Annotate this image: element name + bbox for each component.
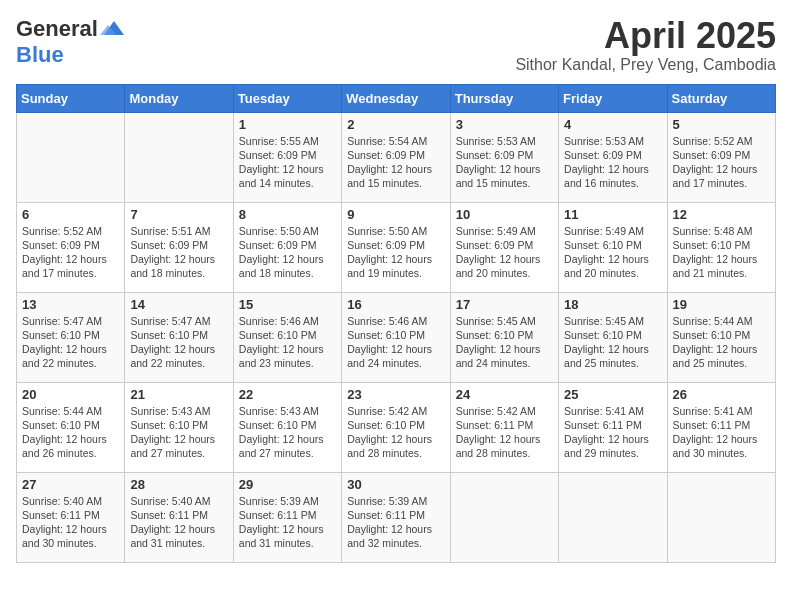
day-sun-info: Sunrise: 5:49 AMSunset: 6:09 PMDaylight:… — [456, 224, 553, 281]
day-number: 8 — [239, 207, 336, 222]
day-sun-info: Sunrise: 5:40 AMSunset: 6:11 PMDaylight:… — [22, 494, 119, 551]
calendar-week-row: 6Sunrise: 5:52 AMSunset: 6:09 PMDaylight… — [17, 202, 776, 292]
day-sun-info: Sunrise: 5:54 AMSunset: 6:09 PMDaylight:… — [347, 134, 444, 191]
day-sun-info: Sunrise: 5:52 AMSunset: 6:09 PMDaylight:… — [22, 224, 119, 281]
calendar-cell — [450, 472, 558, 562]
day-sun-info: Sunrise: 5:44 AMSunset: 6:10 PMDaylight:… — [22, 404, 119, 461]
calendar-cell: 25Sunrise: 5:41 AMSunset: 6:11 PMDayligh… — [559, 382, 667, 472]
calendar-cell: 12Sunrise: 5:48 AMSunset: 6:10 PMDayligh… — [667, 202, 775, 292]
day-of-week-header: Thursday — [450, 84, 558, 112]
calendar-cell: 27Sunrise: 5:40 AMSunset: 6:11 PMDayligh… — [17, 472, 125, 562]
calendar-cell: 24Sunrise: 5:42 AMSunset: 6:11 PMDayligh… — [450, 382, 558, 472]
calendar-week-row: 1Sunrise: 5:55 AMSunset: 6:09 PMDaylight… — [17, 112, 776, 202]
calendar-cell: 22Sunrise: 5:43 AMSunset: 6:10 PMDayligh… — [233, 382, 341, 472]
day-sun-info: Sunrise: 5:52 AMSunset: 6:09 PMDaylight:… — [673, 134, 770, 191]
day-number: 26 — [673, 387, 770, 402]
calendar-cell: 28Sunrise: 5:40 AMSunset: 6:11 PMDayligh… — [125, 472, 233, 562]
location-title: Sithor Kandal, Prey Veng, Cambodia — [515, 56, 776, 74]
day-number: 14 — [130, 297, 227, 312]
calendar-cell: 20Sunrise: 5:44 AMSunset: 6:10 PMDayligh… — [17, 382, 125, 472]
day-number: 30 — [347, 477, 444, 492]
day-number: 24 — [456, 387, 553, 402]
calendar-week-row: 20Sunrise: 5:44 AMSunset: 6:10 PMDayligh… — [17, 382, 776, 472]
title-area: April 2025 Sithor Kandal, Prey Veng, Cam… — [515, 16, 776, 74]
calendar-cell: 2Sunrise: 5:54 AMSunset: 6:09 PMDaylight… — [342, 112, 450, 202]
logo-general-text: General — [16, 16, 98, 42]
calendar-cell: 8Sunrise: 5:50 AMSunset: 6:09 PMDaylight… — [233, 202, 341, 292]
day-sun-info: Sunrise: 5:51 AMSunset: 6:09 PMDaylight:… — [130, 224, 227, 281]
day-number: 29 — [239, 477, 336, 492]
calendar-cell: 3Sunrise: 5:53 AMSunset: 6:09 PMDaylight… — [450, 112, 558, 202]
calendar-cell: 6Sunrise: 5:52 AMSunset: 6:09 PMDaylight… — [17, 202, 125, 292]
day-sun-info: Sunrise: 5:53 AMSunset: 6:09 PMDaylight:… — [456, 134, 553, 191]
day-sun-info: Sunrise: 5:41 AMSunset: 6:11 PMDaylight:… — [564, 404, 661, 461]
calendar-cell: 18Sunrise: 5:45 AMSunset: 6:10 PMDayligh… — [559, 292, 667, 382]
day-number: 4 — [564, 117, 661, 132]
calendar-cell: 1Sunrise: 5:55 AMSunset: 6:09 PMDaylight… — [233, 112, 341, 202]
day-of-week-header: Saturday — [667, 84, 775, 112]
logo-blue-text: Blue — [16, 42, 64, 68]
day-number: 5 — [673, 117, 770, 132]
calendar-cell: 7Sunrise: 5:51 AMSunset: 6:09 PMDaylight… — [125, 202, 233, 292]
day-number: 16 — [347, 297, 444, 312]
calendar-table: SundayMondayTuesdayWednesdayThursdayFrid… — [16, 84, 776, 563]
day-of-week-header: Tuesday — [233, 84, 341, 112]
day-sun-info: Sunrise: 5:49 AMSunset: 6:10 PMDaylight:… — [564, 224, 661, 281]
day-number: 19 — [673, 297, 770, 312]
day-number: 18 — [564, 297, 661, 312]
calendar-cell — [125, 112, 233, 202]
day-number: 10 — [456, 207, 553, 222]
logo-icon — [100, 17, 124, 41]
day-number: 28 — [130, 477, 227, 492]
day-number: 13 — [22, 297, 119, 312]
day-number: 15 — [239, 297, 336, 312]
month-title: April 2025 — [515, 16, 776, 56]
day-sun-info: Sunrise: 5:50 AMSunset: 6:09 PMDaylight:… — [347, 224, 444, 281]
calendar-cell: 13Sunrise: 5:47 AMSunset: 6:10 PMDayligh… — [17, 292, 125, 382]
day-sun-info: Sunrise: 5:39 AMSunset: 6:11 PMDaylight:… — [347, 494, 444, 551]
calendar-cell: 29Sunrise: 5:39 AMSunset: 6:11 PMDayligh… — [233, 472, 341, 562]
calendar-cell: 23Sunrise: 5:42 AMSunset: 6:10 PMDayligh… — [342, 382, 450, 472]
day-number: 20 — [22, 387, 119, 402]
logo: General Blue — [16, 16, 124, 68]
day-sun-info: Sunrise: 5:39 AMSunset: 6:11 PMDaylight:… — [239, 494, 336, 551]
calendar-cell: 15Sunrise: 5:46 AMSunset: 6:10 PMDayligh… — [233, 292, 341, 382]
day-number: 25 — [564, 387, 661, 402]
calendar-cell: 17Sunrise: 5:45 AMSunset: 6:10 PMDayligh… — [450, 292, 558, 382]
calendar-cell — [667, 472, 775, 562]
day-sun-info: Sunrise: 5:41 AMSunset: 6:11 PMDaylight:… — [673, 404, 770, 461]
calendar-cell — [559, 472, 667, 562]
day-of-week-header: Friday — [559, 84, 667, 112]
day-number: 6 — [22, 207, 119, 222]
calendar-cell: 21Sunrise: 5:43 AMSunset: 6:10 PMDayligh… — [125, 382, 233, 472]
day-sun-info: Sunrise: 5:42 AMSunset: 6:10 PMDaylight:… — [347, 404, 444, 461]
day-of-week-header: Monday — [125, 84, 233, 112]
day-sun-info: Sunrise: 5:45 AMSunset: 6:10 PMDaylight:… — [456, 314, 553, 371]
calendar-week-row: 27Sunrise: 5:40 AMSunset: 6:11 PMDayligh… — [17, 472, 776, 562]
calendar-cell: 4Sunrise: 5:53 AMSunset: 6:09 PMDaylight… — [559, 112, 667, 202]
calendar-cell: 30Sunrise: 5:39 AMSunset: 6:11 PMDayligh… — [342, 472, 450, 562]
calendar-header-row: SundayMondayTuesdayWednesdayThursdayFrid… — [17, 84, 776, 112]
day-number: 23 — [347, 387, 444, 402]
day-number: 2 — [347, 117, 444, 132]
day-number: 21 — [130, 387, 227, 402]
day-sun-info: Sunrise: 5:44 AMSunset: 6:10 PMDaylight:… — [673, 314, 770, 371]
day-number: 11 — [564, 207, 661, 222]
day-sun-info: Sunrise: 5:46 AMSunset: 6:10 PMDaylight:… — [347, 314, 444, 371]
calendar-week-row: 13Sunrise: 5:47 AMSunset: 6:10 PMDayligh… — [17, 292, 776, 382]
header: General Blue April 2025 Sithor Kandal, P… — [16, 16, 776, 74]
calendar-cell — [17, 112, 125, 202]
calendar-cell: 9Sunrise: 5:50 AMSunset: 6:09 PMDaylight… — [342, 202, 450, 292]
day-of-week-header: Wednesday — [342, 84, 450, 112]
day-sun-info: Sunrise: 5:47 AMSunset: 6:10 PMDaylight:… — [130, 314, 227, 371]
day-number: 27 — [22, 477, 119, 492]
day-sun-info: Sunrise: 5:43 AMSunset: 6:10 PMDaylight:… — [130, 404, 227, 461]
day-sun-info: Sunrise: 5:47 AMSunset: 6:10 PMDaylight:… — [22, 314, 119, 371]
calendar-cell: 11Sunrise: 5:49 AMSunset: 6:10 PMDayligh… — [559, 202, 667, 292]
calendar-cell: 10Sunrise: 5:49 AMSunset: 6:09 PMDayligh… — [450, 202, 558, 292]
calendar-cell: 16Sunrise: 5:46 AMSunset: 6:10 PMDayligh… — [342, 292, 450, 382]
calendar-cell: 5Sunrise: 5:52 AMSunset: 6:09 PMDaylight… — [667, 112, 775, 202]
calendar-cell: 26Sunrise: 5:41 AMSunset: 6:11 PMDayligh… — [667, 382, 775, 472]
day-number: 3 — [456, 117, 553, 132]
day-number: 17 — [456, 297, 553, 312]
